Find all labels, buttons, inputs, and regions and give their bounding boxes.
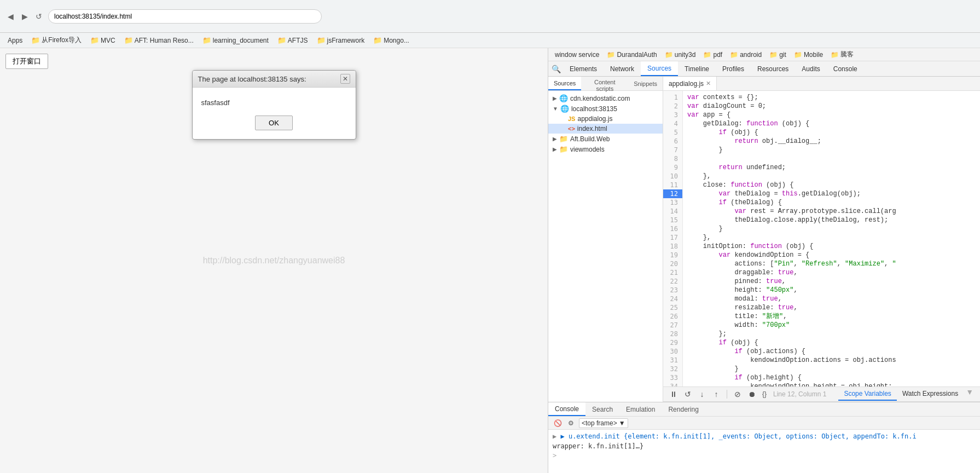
line-num: 10 [663, 172, 682, 181]
console-filter-button[interactable]: ⚙ [566, 418, 576, 428]
bookmark-aft[interactable]: 📁 AFT: Human Reso... [121, 35, 197, 45]
devtools-tab-bar: 🔍 Elements Network Sources Timeline Prof… [548, 61, 980, 77]
tree-item-label: index.html [577, 125, 607, 132]
devtools-panel: window service 📁 DurandalAuth 📁 unity3d … [548, 48, 980, 473]
tab-search-bottom[interactable]: Search [585, 402, 619, 416]
tab-console[interactable]: Console [827, 61, 864, 76]
tree-item-appdialog[interactable]: JS appdialog.js [548, 114, 663, 124]
tab-timeline[interactable]: Timeline [678, 61, 716, 76]
bookmark-mongo[interactable]: 📁 Mongo... [370, 35, 413, 45]
code-tab-appdialog[interactable]: appdialog.js ✕ [663, 77, 717, 90]
dialog-close-button[interactable]: ✕ [340, 74, 350, 84]
folder-icon: 📁 [31, 36, 40, 44]
tab-audits[interactable]: Audits [795, 61, 826, 76]
console-clear-button[interactable]: 🚫 [553, 418, 563, 428]
scope-tabs: Scope Variables Watch Expressions ▼ [838, 388, 976, 401]
tab-rendering-bottom[interactable]: Rendering [662, 402, 705, 416]
tab-elements[interactable]: Elements [563, 61, 604, 76]
sources-file-tree: ▶ 🌐 cdn.kendostatic.com ▼ 🌐 localhost:38… [548, 91, 663, 402]
window-service-label: window service [553, 51, 601, 59]
top-bar-durandal[interactable]: 📁 DurandalAuth [605, 51, 659, 59]
code-editor[interactable]: 1 2 3 4 5 6 7 8 9 10 11 12 13 14 [663, 91, 980, 387]
folder-icon: 📁 [607, 51, 615, 59]
top-bar-unity3d[interactable]: 📁 unity3d [663, 51, 698, 59]
line-num: 30 [663, 347, 682, 356]
bookmark-jsframework[interactable]: 📁 jsFramework [314, 35, 368, 45]
back-button[interactable]: ◀ [4, 10, 16, 22]
scope-expand-icon[interactable]: ▼ [964, 388, 976, 401]
step-out-button[interactable]: ↑ [710, 388, 722, 400]
tree-item-label: appdialog.js [577, 115, 612, 123]
console-log-text[interactable]: ▶ u.extend.init {element: k.fn.init[1], … [560, 432, 916, 440]
bookmark-mvc[interactable]: 📁 MVC [87, 35, 119, 45]
bookmark-learning[interactable]: 📁 learning_document [199, 35, 272, 45]
prompt-symbol: > [553, 452, 556, 459]
top-bar-pdf[interactable]: 📁 pdf [701, 51, 724, 59]
search-icon: 🔍 [552, 65, 561, 73]
tree-item-index-html[interactable]: <> index.html [548, 124, 663, 134]
toggle-breakpoints-button[interactable]: ⊘ [732, 388, 744, 400]
top-frame-select[interactable]: <top frame> ▼ [579, 418, 628, 428]
console-input[interactable] [559, 452, 976, 459]
tab-console-bottom[interactable]: Console [548, 402, 585, 416]
line-num: 4 [663, 119, 682, 128]
bookmark-label: AFT: Human Reso... [135, 37, 194, 44]
address-bar[interactable] [48, 9, 322, 24]
pause-exceptions-button[interactable]: ⏺ [746, 388, 758, 400]
tab-profiles[interactable]: Profiles [716, 61, 751, 76]
debugger-toolbar: ⏸ ↺ ↓ ↑ ⊘ ⏺ {} Line 12, Column 1 Scope V… [663, 387, 980, 402]
tab-snippets[interactable]: Snippets [628, 77, 663, 90]
console-toolbar: 🚫 ⚙ <top frame> ▼ [548, 417, 980, 430]
folder-icon: 📁 [124, 36, 133, 44]
line-num: 6 [663, 137, 682, 146]
line-num: 8 [663, 154, 682, 163]
top-bar-git[interactable]: 📁 git [767, 51, 788, 59]
dialog-overlay: The page at localhost:38135 says: ✕ sfas… [0, 48, 548, 473]
tree-item-aft-build[interactable]: ▶ 📁 Aft.Build.Web [548, 134, 663, 144]
line-num: 21 [663, 268, 682, 277]
bookmark-label: Mongo... [384, 37, 409, 44]
folder-icon: 📁 [730, 51, 738, 59]
step-over-button[interactable]: ↺ [682, 388, 694, 400]
tab-resources[interactable]: Resources [751, 61, 795, 76]
top-bar-mobile[interactable]: 📁 Mobile [792, 51, 825, 59]
tree-item-label: localhost:38135 [571, 105, 617, 113]
tab-content-scripts[interactable]: Content scripts [581, 77, 628, 90]
tree-item-label: cdn.kendostatic.com [570, 95, 630, 102]
line-num: 24 [663, 295, 682, 303]
top-bar-android[interactable]: 📁 android [728, 51, 764, 59]
forward-button[interactable]: ▶ [19, 10, 31, 22]
folder-icon: 📁 [794, 51, 802, 59]
step-into-button[interactable]: ↓ [696, 388, 708, 400]
console-prompt[interactable]: > [553, 452, 976, 459]
top-bar-teng[interactable]: 📁 騰客 [828, 50, 856, 59]
tree-item-viewmodels[interactable]: ▶ 📁 viewmodels [548, 144, 663, 154]
watch-expressions-tab[interactable]: Watch Expressions [897, 388, 964, 401]
tab-sources-pane[interactable]: Sources [548, 77, 581, 90]
tab-emulation-bottom[interactable]: Emulation [619, 402, 662, 416]
dialog-box: The page at localhost:38135 says: ✕ sfas… [192, 70, 356, 140]
refresh-button[interactable]: ↺ [33, 10, 45, 22]
tab-sources[interactable]: Sources [641, 61, 678, 76]
expand-arrow-icon[interactable]: ▶ [553, 432, 556, 440]
tree-item-localhost[interactable]: ▼ 🌐 localhost:38135 [548, 103, 663, 114]
nav-buttons: ◀ ▶ ↺ [4, 10, 45, 22]
top-bar-label: 騰客 [840, 50, 854, 59]
bookmark-apps[interactable]: Apps [4, 36, 26, 45]
tab-network[interactable]: Network [604, 61, 641, 76]
dialog-ok-button[interactable]: OK [255, 116, 293, 130]
bookmark-aftjs[interactable]: 📁 AFTJS [274, 35, 311, 45]
line-num: 2 [663, 102, 682, 111]
console-log-indent: wrapper: k.fn.init[1]…} [553, 442, 643, 450]
line-num: 17 [663, 233, 682, 242]
bookmark-firefox[interactable]: 📁 从Firefox导入 [28, 34, 85, 46]
tree-item-cdn[interactable]: ▶ 🌐 cdn.kendostatic.com [548, 93, 663, 103]
line-num: 20 [663, 259, 682, 268]
line-num: 25 [663, 303, 682, 312]
pause-resume-button[interactable]: ⏸ [668, 388, 680, 400]
line-num: 26 [663, 312, 682, 321]
scope-variables-tab[interactable]: Scope Variables [838, 388, 897, 401]
tree-item-label: Aft.Build.Web [570, 135, 610, 143]
code-tab-close-icon[interactable]: ✕ [706, 80, 711, 87]
folder-icon: 📁 [202, 36, 211, 44]
